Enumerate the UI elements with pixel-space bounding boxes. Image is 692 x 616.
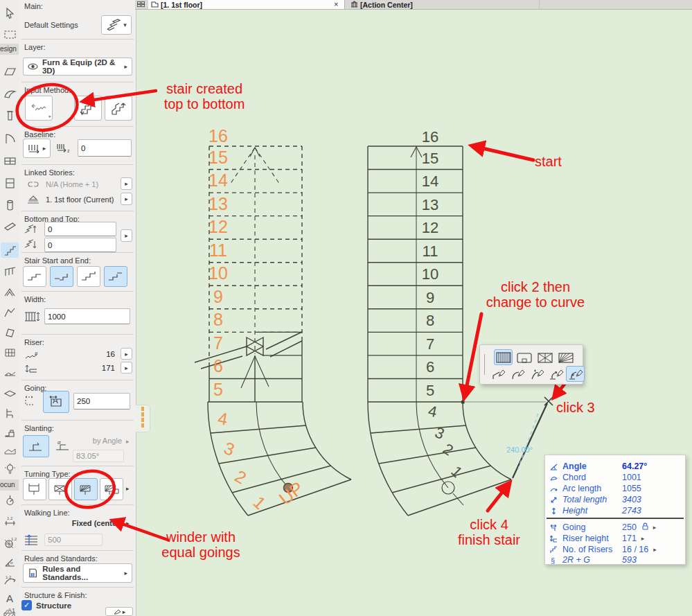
flyout-arrow-icon[interactable]: ▸: [653, 524, 657, 531]
flyout-arrow-icon: ▸: [124, 570, 127, 577]
flyout-arrow-icon[interactable]: ▸: [653, 546, 657, 553]
link-top-icon: [25, 179, 42, 190]
riser-height-flyout[interactable]: ▸: [121, 362, 132, 373]
round-column-icon[interactable]: [2, 197, 17, 213]
start-with-tread-button[interactable]: [50, 266, 73, 287]
stair-step-number: 3: [222, 438, 238, 459]
end-with-tread-button[interactable]: [104, 266, 127, 287]
stair-rise-icon: [109, 100, 127, 116]
straight-geometry-button[interactable]: [488, 366, 507, 382]
svg-text:1.2: 1.2: [6, 575, 12, 579]
turning-winder-equal-goings-button[interactable]: [74, 478, 98, 500]
beam-icon[interactable]: [2, 219, 17, 234]
bottom-offset-input[interactable]: 0: [44, 238, 116, 252]
input-method-two-button[interactable]: [74, 96, 102, 121]
railing-icon[interactable]: [2, 264, 17, 279]
riser-count-flyout[interactable]: ▸: [121, 348, 132, 360]
object-icon[interactable]: [2, 405, 17, 421]
stair-step-number: 11: [423, 243, 438, 260]
design-group-label[interactable]: esign: [0, 44, 19, 55]
going-rule-button[interactable]: [43, 391, 69, 413]
cabinet-icon[interactable]: [2, 175, 17, 191]
start-with-riser-button[interactable]: [23, 266, 46, 287]
dimension-icon[interactable]: 1.2: [2, 514, 17, 529]
rules-standards-button[interactable]: § Rules and Standards... ▸: [23, 563, 132, 583]
layer-selector[interactable]: Furn & Equip (2D & 3D) ▸: [23, 58, 132, 76]
baseline-offset-input[interactable]: 0: [78, 139, 132, 157]
arc-by-center-geometry-button[interactable]: [566, 366, 585, 382]
curtain-wall-icon[interactable]: [2, 345, 17, 360]
landing-segment-button[interactable]: [515, 349, 533, 365]
turning-type-flyout[interactable]: ▸: [126, 485, 130, 492]
lamp-icon[interactable]: [2, 461, 17, 477]
eye-icon: [28, 63, 38, 70]
spline-geometry-button[interactable]: [527, 366, 546, 382]
quad-view-icon[interactable]: [137, 1, 145, 9]
tracker-separator: [547, 518, 684, 519]
input-method-label: Input Method:: [24, 86, 71, 94]
top-offset-input[interactable]: 0: [44, 222, 116, 236]
tracker-value: 250: [622, 522, 637, 532]
tab-first-floor[interactable]: [1. 1st floor] ×: [148, 0, 345, 9]
roof-icon[interactable]: [2, 285, 17, 300]
baseline-position-button[interactable]: ▸: [23, 139, 51, 158]
window-icon[interactable]: [2, 153, 17, 168]
going-input[interactable]: 250: [73, 393, 130, 410]
finish-override-button[interactable]: ▸: [105, 607, 133, 616]
stair-step-number: 4: [427, 402, 438, 421]
site-icon[interactable]: [2, 443, 17, 459]
flyout-arrow-icon[interactable]: ▸: [641, 535, 645, 542]
end-with-riser-button[interactable]: [77, 266, 100, 287]
select-arrow-icon[interactable]: [2, 6, 17, 21]
document-group-label[interactable]: ocun: [0, 479, 19, 491]
arc-center-x-mark: [544, 397, 553, 405]
morph-icon[interactable]: [2, 325, 17, 340]
arc-by-point-geometry-button[interactable]: [547, 366, 565, 382]
story-above-value: N/A (Home + 1): [46, 180, 98, 188]
door-icon[interactable]: [2, 131, 17, 146]
break-line: [195, 332, 302, 388]
input-method-top-to-bottom-button[interactable]: ▸: [25, 96, 53, 121]
equipment-icon[interactable]: [2, 425, 17, 441]
slanting-riser-button[interactable]: [23, 435, 49, 457]
curved-geometry-button[interactable]: [508, 366, 526, 382]
default-settings-button[interactable]: ▾: [101, 15, 132, 35]
up-label: UP: [275, 477, 308, 509]
toolbox-strip: esignocun1.21.2α1.2AA1: [0, 0, 20, 616]
turning-landing-button[interactable]: [23, 478, 46, 500]
pencil-icon: [113, 608, 123, 615]
circular-dimension-icon[interactable]: 1.2: [2, 535, 17, 550]
column-icon[interactable]: [2, 108, 17, 123]
tab-close-icon[interactable]: ×: [334, 0, 338, 8]
panel-collapse-handle[interactable]: [136, 405, 150, 432]
bottom-top-flyout[interactable]: ▸: [121, 229, 132, 242]
section-icon[interactable]: [2, 493, 17, 509]
structure-checkbox[interactable]: ✓: [21, 600, 32, 610]
home-story-flyout[interactable]: ▸: [121, 193, 132, 205]
slab-icon[interactable]: [2, 385, 17, 401]
tab-action-center[interactable]: [Action Center]: [345, 0, 540, 9]
turning-winder-button[interactable]: [48, 478, 72, 500]
slanting-mode-flyout[interactable]: ▸: [126, 438, 130, 445]
mesh-icon[interactable]: [2, 365, 17, 380]
shell-icon[interactable]: [2, 86, 17, 101]
stair-icon[interactable]: [1, 243, 19, 258]
radial-dimension-icon[interactable]: 1.2: [2, 573, 17, 588]
winder-segment-button[interactable]: [535, 349, 554, 365]
shell2-icon[interactable]: [2, 305, 17, 320]
stair-step-number: 6: [213, 356, 223, 376]
story-above-flyout[interactable]: ▸: [121, 177, 132, 190]
input-method-three-button[interactable]: [105, 96, 132, 121]
flight-segment-button[interactable]: [494, 349, 513, 365]
walking-mode-flyout[interactable]: ▸: [126, 520, 130, 527]
palette-drag-handle[interactable]: [484, 354, 485, 375]
wall-icon[interactable]: [2, 64, 17, 79]
width-input[interactable]: 1000: [44, 308, 130, 324]
marquee-icon[interactable]: [2, 26, 17, 42]
fill-icon[interactable]: [2, 611, 17, 616]
start-end-label: Stair Start and End:: [24, 256, 91, 265]
lock-icon[interactable]: [642, 522, 648, 532]
angle-dimension-icon[interactable]: α: [2, 554, 17, 570]
winder-fan-segment-button[interactable]: [556, 349, 575, 365]
turning-winder-custom-button[interactable]: [100, 478, 123, 500]
